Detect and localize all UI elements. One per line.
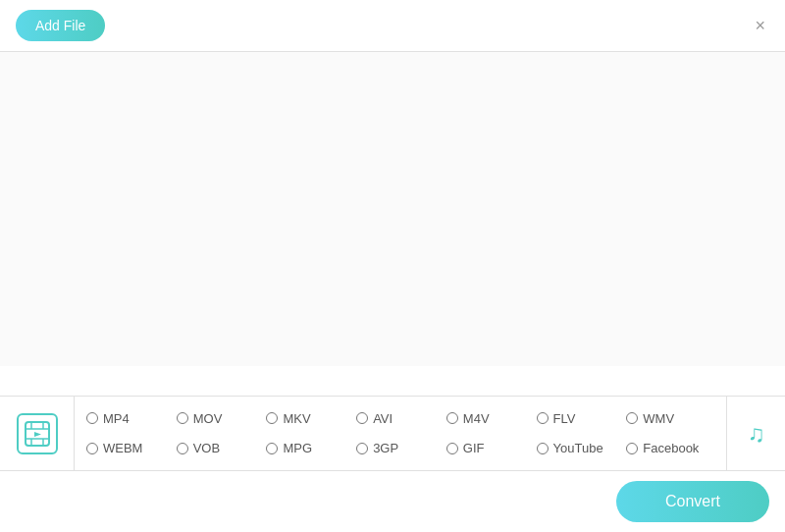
format-m4v[interactable]: M4V — [446, 404, 535, 433]
format-radio-webm[interactable] — [86, 443, 98, 454]
top-bar: Add File × — [0, 0, 785, 52]
format-radio-facebook[interactable] — [626, 443, 638, 454]
format-label-wmv: WMV — [643, 411, 674, 426]
video-icon — [17, 413, 58, 454]
format-flv[interactable]: FLV — [537, 404, 625, 433]
format-label-m4v: M4V — [463, 411, 490, 426]
format-label-avi: AVI — [373, 411, 392, 426]
close-button[interactable]: × — [751, 13, 769, 38]
format-list: MP4 MOV MKV AVI M4V FLV — [75, 397, 726, 470]
convert-button[interactable]: Convert — [616, 481, 769, 522]
format-radio-youtube[interactable] — [537, 443, 549, 454]
convert-row: Convert — [0, 471, 785, 532]
audio-format-icon-box[interactable]: ♫ — [726, 397, 785, 470]
svg-marker-7 — [34, 432, 41, 437]
format-mpg[interactable]: MPG — [266, 435, 354, 463]
format-label-mp4: MP4 — [103, 411, 130, 426]
format-mov[interactable]: MOV — [177, 404, 265, 433]
format-label-mkv: MKV — [283, 411, 310, 426]
music-note-icon: ♫ — [748, 420, 765, 448]
add-file-button[interactable]: Add File — [16, 10, 105, 41]
format-radio-mkv[interactable] — [266, 412, 278, 424]
format-label-webm: WEBM — [103, 441, 142, 455]
format-webm[interactable]: WEBM — [86, 435, 175, 463]
format-radio-flv[interactable] — [537, 412, 549, 424]
format-facebook[interactable]: Facebook — [626, 435, 714, 463]
main-content-area — [0, 52, 785, 366]
format-radio-vob[interactable] — [177, 443, 188, 454]
format-radio-mov[interactable] — [177, 412, 188, 424]
format-radio-gif[interactable] — [446, 443, 458, 454]
format-mp4[interactable]: MP4 — [86, 404, 175, 433]
bottom-panel: MP4 MOV MKV AVI M4V FLV — [0, 396, 785, 532]
format-youtube[interactable]: YouTube — [537, 435, 625, 463]
video-format-icon-box[interactable] — [0, 397, 75, 470]
format-label-mpg: MPG — [283, 441, 312, 455]
format-panel: MP4 MOV MKV AVI M4V FLV — [0, 397, 785, 471]
format-radio-mp4[interactable] — [86, 412, 98, 424]
format-radio-avi[interactable] — [356, 412, 368, 424]
format-label-vob: VOB — [193, 441, 220, 455]
format-radio-m4v[interactable] — [446, 412, 458, 424]
format-radio-mpg[interactable] — [266, 443, 278, 454]
format-radio-3gp[interactable] — [356, 443, 368, 454]
format-3gp[interactable]: 3GP — [356, 435, 445, 463]
format-label-youtube: YouTube — [553, 441, 603, 455]
format-gif[interactable]: GIF — [446, 435, 535, 463]
format-vob[interactable]: VOB — [177, 435, 265, 463]
format-label-mov: MOV — [193, 411, 223, 426]
format-label-facebook: Facebook — [643, 441, 699, 455]
format-label-flv: FLV — [553, 411, 576, 426]
film-grid-icon — [24, 420, 51, 448]
format-label-gif: GIF — [463, 441, 485, 455]
format-wmv[interactable]: WMV — [626, 404, 714, 433]
format-mkv[interactable]: MKV — [266, 404, 354, 433]
format-radio-wmv[interactable] — [626, 412, 638, 424]
format-label-3gp: 3GP — [373, 441, 398, 455]
format-avi[interactable]: AVI — [356, 404, 445, 433]
